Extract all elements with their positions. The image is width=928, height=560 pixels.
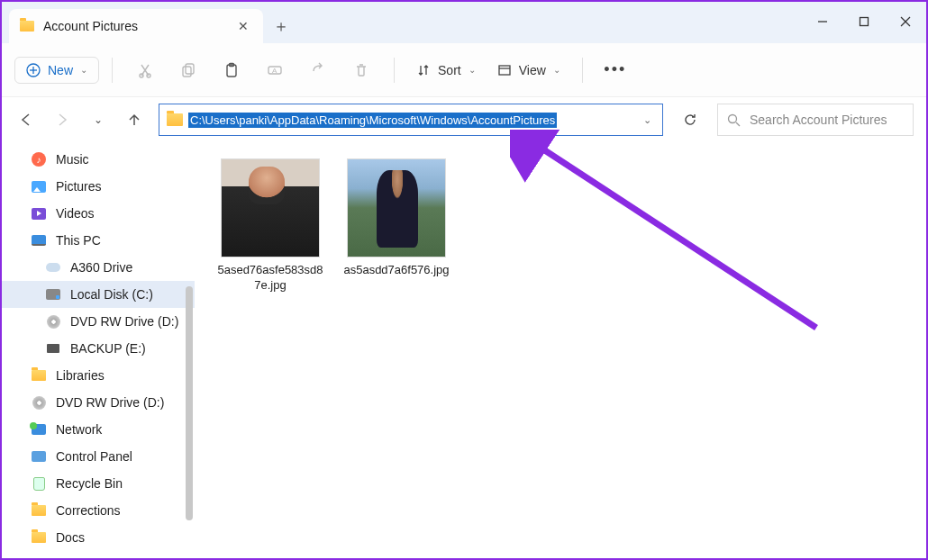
folder-icon [167, 113, 183, 126]
share-button[interactable] [298, 54, 338, 86]
pictures-icon [31, 178, 47, 194]
chevron-down-icon: ⌄ [80, 65, 87, 75]
delete-button[interactable] [341, 54, 381, 86]
tab-account-pictures[interactable]: Account Pictures ✕ [9, 9, 263, 43]
sidebar-item-a360-drive[interactable]: A360 Drive [2, 254, 195, 281]
close-tab-icon[interactable]: ✕ [234, 19, 252, 33]
minimize-button[interactable] [802, 7, 843, 36]
svg-line-19 [535, 144, 816, 328]
folder-icon [31, 367, 47, 384]
close-window-button[interactable] [885, 7, 926, 36]
folder-icon [31, 529, 47, 546]
scrollbar-thumb[interactable] [186, 286, 193, 520]
address-path: C:\Users\panki\AppData\Roaming\Microsoft… [188, 113, 557, 128]
address-bar[interactable]: C:\Users\panki\AppData\Roaming\Microsoft… [159, 104, 663, 136]
control-icon [31, 448, 47, 465]
file-name: as5asdd7a6f576.jpg [342, 263, 450, 278]
content-pane[interactable]: 5ased76asfe583sd87e.jpg as5asdd7a6f576.j… [195, 142, 926, 558]
sidebar-item-label: Local Disk (C:) [70, 287, 153, 302]
sidebar-item-label: This PC [56, 233, 101, 248]
sidebar-item-dvd-rw-drive-d-[interactable]: DVD RW Drive (D:) [2, 389, 195, 416]
separator [394, 58, 395, 83]
videos-icon [31, 205, 47, 221]
sort-label: Sort [438, 63, 461, 77]
sort-button[interactable]: Sort ⌄ [407, 63, 485, 77]
sidebar-item-videos[interactable]: Videos [2, 200, 195, 227]
file-item[interactable]: 5ased76asfe583sd87e.jpg [216, 158, 324, 294]
refresh-button[interactable] [676, 105, 705, 134]
thispc-icon [31, 232, 47, 248]
folder-icon [20, 21, 34, 32]
svg-rect-9 [183, 67, 191, 77]
new-button[interactable]: New ⌄ [14, 57, 99, 84]
search-icon [727, 113, 741, 127]
sidebar-item-network[interactable]: Network [2, 416, 195, 443]
sidebar-item-label: BACKUP (E:) [70, 341, 146, 356]
new-label: New [48, 63, 73, 77]
new-tab-button[interactable]: ＋ [263, 9, 299, 43]
svg-point-17 [729, 114, 737, 122]
svg-rect-1 [860, 18, 869, 26]
cut-button[interactable] [125, 54, 165, 86]
chevron-down-icon: ⌄ [469, 65, 476, 75]
sidebar-item-pictures[interactable]: Pictures [2, 173, 195, 200]
sidebar-item-this-pc[interactable]: This PC [2, 227, 195, 254]
sidebar-item-local-disk-c-[interactable]: Local Disk (C:) [2, 281, 195, 308]
usb-icon [45, 340, 61, 357]
folder-icon [31, 502, 47, 519]
view-label: View [519, 63, 546, 77]
svg-rect-10 [186, 64, 194, 74]
recycle-icon [31, 475, 47, 492]
back-button[interactable] [14, 108, 38, 131]
chevron-down-icon[interactable]: ⌄ [640, 114, 655, 126]
sidebar-item-corrections[interactable]: Corrections [2, 497, 195, 524]
sidebar-item-label: A360 Drive [70, 260, 132, 275]
main-area: ♪MusicPicturesVideosThis PCA360 DriveLoc… [2, 142, 926, 558]
sidebar-item-docs[interactable]: Docs [2, 524, 195, 551]
sidebar-item-libraries[interactable]: Libraries [2, 362, 195, 389]
file-item[interactable]: as5asdd7a6f576.jpg [342, 158, 450, 278]
sidebar-item-dvd-rw-drive-d-[interactable]: DVD RW Drive (D:) [2, 308, 195, 335]
paste-button[interactable] [212, 54, 251, 86]
dvd-icon [31, 394, 47, 411]
dvd-icon [45, 313, 61, 330]
cloud-icon [45, 259, 61, 275]
thumbnail [347, 158, 446, 257]
sidebar-item-recycle-bin[interactable]: Recycle Bin [2, 470, 195, 497]
toolbar: New ⌄ A Sort ⌄ View ⌄ ••• [2, 43, 926, 97]
sidebar-item-control-panel[interactable]: Control Panel [2, 443, 195, 470]
sidebar-item-label: Control Panel [56, 449, 132, 464]
svg-line-18 [736, 122, 740, 126]
view-icon [497, 63, 512, 77]
sidebar-item-label: Videos [56, 206, 95, 221]
sidebar-item-music[interactable]: ♪Music [2, 146, 195, 173]
chevron-down-icon: ⌄ [553, 65, 560, 75]
recent-button[interactable]: ⌄ [86, 108, 110, 131]
copy-button[interactable] [168, 54, 208, 86]
rename-button[interactable]: A [255, 54, 295, 86]
music-icon: ♪ [31, 151, 47, 167]
sidebar-item-backup-e-[interactable]: BACKUP (E:) [2, 335, 195, 362]
search-box[interactable]: Search Account Pictures [717, 104, 914, 136]
sidebar-item-label: Recycle Bin [56, 476, 123, 491]
search-placeholder: Search Account Pictures [750, 113, 887, 127]
sidebar-item-label: DVD RW Drive (D:) [56, 395, 164, 410]
sidebar-item-label: Network [56, 422, 102, 437]
sidebar-item-label: Pictures [56, 179, 102, 194]
title-bar: Account Pictures ✕ ＋ [2, 2, 926, 43]
sort-icon [416, 63, 431, 77]
nav-row: ⌄ C:\Users\panki\AppData\Roaming\Microso… [2, 97, 926, 142]
disk-icon [45, 286, 61, 303]
thumbnail [221, 158, 320, 257]
forward-button[interactable] [50, 108, 74, 131]
view-button[interactable]: View ⌄ [488, 63, 569, 77]
separator [112, 58, 113, 83]
maximize-button[interactable] [843, 7, 885, 36]
plus-circle-icon [26, 63, 41, 77]
more-button[interactable]: ••• [596, 54, 635, 86]
sidebar: ♪MusicPicturesVideosThis PCA360 DriveLoc… [2, 142, 195, 558]
sidebar-item-label: Music [56, 152, 89, 167]
network-icon [31, 421, 47, 438]
file-name: 5ased76asfe583sd87e.jpg [216, 263, 324, 294]
up-button[interactable] [123, 108, 146, 131]
